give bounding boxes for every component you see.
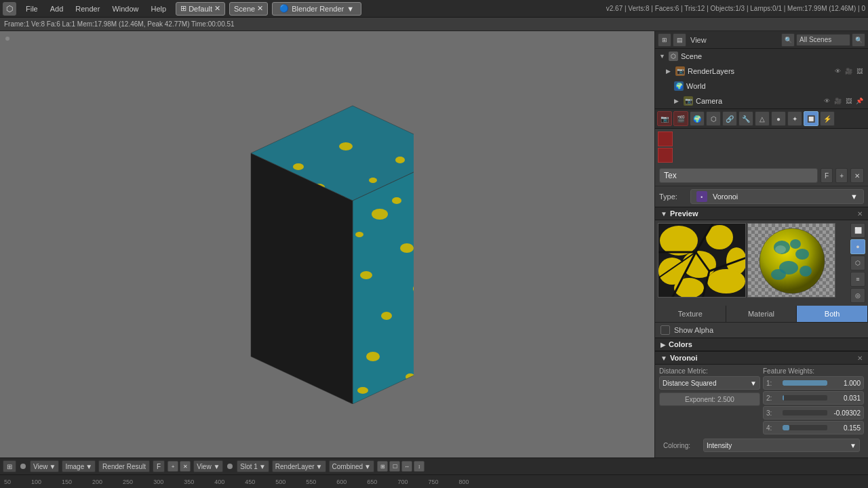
renderlayers-label: RenderLayers bbox=[688, 67, 734, 75]
tl-image-dropdown[interactable]: Image ▼ bbox=[62, 460, 96, 472]
tex-add-btn[interactable]: + bbox=[835, 168, 848, 183]
menu-add[interactable]: Add bbox=[45, 3, 69, 14]
menu-render[interactable]: Render bbox=[70, 3, 105, 14]
scene-icon: ⬡ bbox=[669, 52, 678, 61]
tex-f-btn[interactable]: F bbox=[821, 168, 833, 183]
tl-slot-dropdown[interactable]: Slot 1 ▼ bbox=[237, 460, 269, 472]
show-alpha-checkbox[interactable] bbox=[660, 325, 670, 335]
render-engine-selector[interactable]: 🔵 Blender Render ▼ bbox=[272, 2, 361, 16]
prop-icon-physics[interactable]: ⚡ bbox=[820, 111, 835, 126]
type-dropdown[interactable]: ▪ Voronoi ▼ bbox=[690, 189, 864, 204]
preview-sphere-icon[interactable]: ● bbox=[850, 239, 865, 254]
tl-f-btn[interactable]: F bbox=[153, 460, 165, 472]
prop-icon-object[interactable]: ⬡ bbox=[706, 111, 721, 126]
tl-grid-btn[interactable]: ⊞ bbox=[3, 460, 16, 472]
preview-hair-icon[interactable]: ≡ bbox=[850, 272, 865, 287]
tl-icon-b[interactable]: ☐ bbox=[389, 461, 400, 472]
scene-selector[interactable]: Scene ✕ bbox=[229, 2, 268, 16]
preview-sky-icon[interactable]: ◎ bbox=[850, 288, 865, 303]
texture-slots bbox=[655, 129, 868, 165]
search-btn[interactable]: 🔍 bbox=[781, 33, 795, 47]
world-label: World bbox=[686, 82, 706, 90]
fw-item-1[interactable]: 1: 1.000 bbox=[763, 376, 864, 390]
bottom-bar: ⊞ View ▼ Image ▼ Render Result F + ✕ Vie… bbox=[0, 458, 868, 488]
search-icon-btn[interactable]: 🔍 bbox=[852, 33, 865, 47]
prop-icon-material[interactable]: ● bbox=[771, 111, 786, 126]
prop-icon-particles[interactable]: ✦ bbox=[787, 111, 802, 126]
show-alpha-label: Show Alpha bbox=[674, 326, 713, 334]
tl-icon-a[interactable]: ⊞ bbox=[377, 461, 388, 472]
menu-help[interactable]: Help bbox=[146, 3, 172, 14]
preview-sphere[interactable] bbox=[747, 223, 835, 298]
prop-icon-data[interactable]: △ bbox=[755, 111, 770, 126]
tab-both[interactable]: Both bbox=[797, 306, 868, 322]
version-info: v2.67 | Verts:8 | Faces:6 | Tris:12 | Ob… bbox=[606, 5, 865, 12]
scene-tree-renderlayers[interactable]: ▶ 📷 RenderLayers 👁 🎥 🖼 bbox=[655, 64, 868, 79]
viewport[interactable] bbox=[0, 31, 654, 458]
ruler-100: 100 bbox=[31, 479, 41, 485]
scene-tree-world[interactable]: 🌍 World bbox=[655, 79, 868, 94]
prop-icon-render[interactable]: 📷 bbox=[657, 111, 672, 126]
scene-tree-camera[interactable]: ▶ 📷 Camera 👁 🎥 🖼 📌 bbox=[655, 94, 868, 108]
prop-icon-modifiers[interactable]: 🔧 bbox=[738, 111, 753, 126]
camera-cam-icon[interactable]: 🎥 bbox=[833, 96, 842, 106]
tl-icons: + ✕ bbox=[167, 461, 191, 472]
tl-view-dropdown[interactable]: View ▼ bbox=[30, 460, 59, 472]
scene-label: Scene bbox=[681, 52, 702, 60]
preview-flat-icon[interactable]: ⬜ bbox=[850, 223, 865, 238]
preview-arrow-icon: ▼ bbox=[660, 210, 667, 218]
prop-header-grid-btn[interactable]: ⊞ bbox=[658, 33, 671, 47]
layout-selector[interactable]: ⊞ Default ✕ bbox=[176, 2, 225, 16]
coloring-chevron-icon: ▼ bbox=[850, 442, 856, 449]
tl-icon-d[interactable]: ↕ bbox=[414, 461, 425, 472]
fw-item-4[interactable]: 4: 0.155 bbox=[763, 421, 864, 434]
svg-point-56 bbox=[795, 249, 809, 260]
tex-name-input[interactable] bbox=[659, 168, 818, 183]
prop-header-tree-btn[interactable]: ▤ bbox=[673, 33, 686, 47]
fw-item-2[interactable]: 2: 0.031 bbox=[763, 391, 864, 405]
action-eye-icon[interactable]: 👁 bbox=[833, 66, 842, 76]
tab-texture[interactable]: Texture bbox=[655, 306, 726, 322]
coloring-dropdown[interactable]: Intensity ▼ bbox=[703, 439, 860, 452]
svg-point-6 bbox=[372, 209, 388, 220]
tl-view2-dropdown[interactable]: View ▼ bbox=[193, 460, 223, 472]
image-label: Image bbox=[65, 463, 84, 470]
feature-weights-col: Feature Weights: 1: 1.000 2: bbox=[763, 367, 864, 434]
tex-close-btn[interactable]: ✕ bbox=[850, 168, 864, 183]
scene-tree-scene[interactable]: ▼ ⬡ Scene bbox=[655, 49, 868, 64]
voronoi-close-icon[interactable]: ✕ bbox=[857, 354, 863, 362]
tl-x-icon[interactable]: ✕ bbox=[180, 461, 191, 472]
camera-pin-icon[interactable]: 📌 bbox=[854, 96, 864, 106]
tl-render-result-btn[interactable]: Render Result bbox=[98, 460, 150, 472]
feature-weights-label: Feature Weights: bbox=[763, 367, 864, 375]
camera-eye-icon[interactable]: 👁 bbox=[822, 96, 831, 106]
fw-bar-fill-4 bbox=[783, 425, 789, 430]
action-camera-icon[interactable]: 🎥 bbox=[844, 66, 853, 76]
menu-file[interactable]: File bbox=[20, 3, 43, 14]
preview-flat[interactable] bbox=[658, 223, 746, 298]
prop-icon-texture[interactable]: 🔲 bbox=[804, 111, 818, 126]
prop-icon-scene[interactable]: 🎬 bbox=[673, 111, 688, 126]
texture-slot-2[interactable] bbox=[658, 148, 673, 163]
tl-renderlayer-dropdown[interactable]: RenderLayer ▼ bbox=[272, 460, 326, 472]
tab-material[interactable]: Material bbox=[726, 306, 797, 322]
type-chevron-icon: ▼ bbox=[850, 192, 858, 201]
fw-item-3[interactable]: 3: -0.09302 bbox=[763, 406, 864, 420]
tl-combined-dropdown[interactable]: Combined ▼ bbox=[329, 460, 375, 472]
distance-metric-dropdown[interactable]: Distance Squared ▼ bbox=[659, 376, 760, 390]
ruler-150: 150 bbox=[62, 479, 72, 485]
camera-render-icon[interactable]: 🖼 bbox=[844, 96, 853, 106]
texture-slot-1[interactable] bbox=[658, 131, 673, 146]
voronoi-arrow-icon: ▼ bbox=[660, 354, 667, 362]
preview-cube-icon[interactable]: ⬡ bbox=[850, 256, 865, 270]
prop-icon-constraints[interactable]: 🔗 bbox=[722, 111, 737, 126]
preview-close-icon[interactable]: ✕ bbox=[857, 210, 863, 218]
type-row: Type: ▪ Voronoi ▼ bbox=[655, 186, 868, 207]
menu-window[interactable]: Window bbox=[106, 3, 144, 14]
tl-plus-icon[interactable]: + bbox=[167, 461, 178, 472]
fw-bar-fill-2 bbox=[783, 395, 784, 401]
preview-section-header: ▼ Preview ✕ bbox=[655, 207, 868, 220]
tl-icon-c[interactable]: ↔ bbox=[401, 461, 412, 472]
prop-icon-world[interactable]: 🌍 bbox=[690, 111, 705, 126]
action-render-icon[interactable]: 🖼 bbox=[854, 66, 864, 76]
